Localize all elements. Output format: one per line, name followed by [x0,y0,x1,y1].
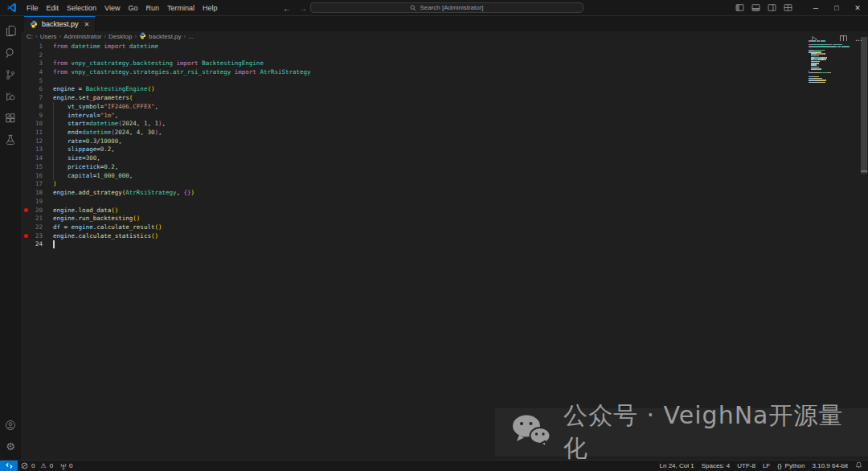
scrollbar-thumb[interactable] [861,37,867,174]
activity-extensions-icon[interactable] [0,107,21,129]
line-number[interactable]: 16 [31,172,43,179]
line-number[interactable]: 4 [31,68,43,76]
line-number[interactable]: 5 [31,77,43,84]
menu-help[interactable]: Help [199,0,222,16]
line-number[interactable]: 13 [31,145,43,153]
line-number[interactable]: 8 [31,103,43,110]
glyph-margin[interactable] [21,119,31,128]
glyph-margin[interactable] [21,76,31,85]
glyph-margin[interactable] [21,51,31,59]
code-line[interactable]: 18engine.add_strategy(AtrRsiStrategy, {}… [21,188,868,197]
code-line[interactable]: 7engine.set_parameters( [21,93,868,102]
activity-settings-icon[interactable]: ⚙ [0,436,21,457]
line-number[interactable]: 18 [31,189,43,196]
line-number[interactable]: 24 [31,240,43,248]
glyph-margin[interactable] [21,162,31,171]
glyph-margin[interactable] [21,128,31,137]
command-center-search[interactable]: Search [Administrator] [310,2,583,13]
toggle-panel-icon[interactable] [751,1,760,15]
problems-status[interactable]: 0 ⚠ 0 [18,461,56,471]
glyph-margin[interactable] [21,171,31,180]
activity-source-control-icon[interactable] [0,63,21,85]
editor-scrollbar[interactable] [860,37,868,455]
activity-explorer-icon[interactable] [0,20,21,42]
line-number[interactable]: 1 [31,43,43,50]
glyph-margin[interactable] [21,214,31,223]
glyph-margin[interactable] [21,197,31,206]
code-line[interactable]: 22df = engine.calculate_result() [21,223,868,231]
code-line[interactable]: 2 [21,51,868,59]
code-line[interactable]: 1from datetime import datetime [21,42,868,51]
status-python-interpreter[interactable]: 3.10.9 64-bit [813,462,848,469]
code-line[interactable]: 19 [21,197,868,206]
activity-search-icon[interactable] [0,42,21,63]
menu-selection[interactable]: Selection [63,0,100,16]
toggle-sidebar-icon[interactable] [735,1,744,15]
toggle-secondary-sidebar-icon[interactable] [768,1,776,15]
line-number[interactable]: 19 [31,198,43,205]
glyph-margin[interactable] [21,188,31,197]
line-number[interactable]: 10 [31,120,43,127]
code-line[interactable]: 8 vt_symbol="IF2406.CFFEX", [21,102,868,111]
line-number[interactable]: 23 [31,232,43,240]
code-line[interactable]: 14 size=300, [21,154,868,162]
code-line[interactable]: 11 end=datetime(2024, 4, 30), [21,128,868,137]
code-line[interactable]: 17) [21,180,868,189]
code-line[interactable]: 24 [21,240,868,249]
breakpoint-indicator[interactable] [21,231,31,240]
glyph-margin[interactable] [21,68,31,76]
code-line[interactable]: 4from vnpy_ctastrategy.strategies.atr_rs… [21,68,868,76]
breadcrumb-item[interactable]: backtest.py [139,32,181,41]
activity-testing-icon[interactable] [0,129,21,150]
code-line[interactable]: 23engine.calculate_statistics() [21,231,868,240]
glyph-margin[interactable] [21,180,31,189]
breadcrumb-item[interactable]: C: [27,33,33,40]
status-cursor-position[interactable]: Ln 24, Col 1 [660,462,694,469]
remote-indicator[interactable] [0,461,18,471]
notifications-bell-icon[interactable] [855,461,862,470]
code-line[interactable]: 12 rate=0.3/10000, [21,137,868,145]
line-number[interactable]: 21 [31,215,43,222]
code-line[interactable]: 16 capital=1_000_000, [21,171,868,180]
tab-close-icon[interactable]: ✕ [84,21,90,28]
breadcrumb-item[interactable]: Users [40,33,57,40]
glyph-margin[interactable] [21,145,31,154]
code-line[interactable]: 13 slippage=0.2, [21,145,868,154]
glyph-margin[interactable] [21,137,31,145]
status-eol[interactable]: LF [763,462,770,469]
tab-backtest-py[interactable]: backtest.py ✕ [24,16,96,31]
line-number[interactable]: 11 [31,129,43,136]
close-button[interactable]: ✕ [847,0,868,16]
customize-layout-icon[interactable] [784,1,792,15]
code-line[interactable]: 21engine.run_backtesting() [21,214,868,223]
breadcrumb-item[interactable]: Desktop [108,33,132,40]
code-line[interactable]: 15 pricetick=0.2, [21,162,868,171]
line-number[interactable]: 14 [31,154,43,162]
glyph-margin[interactable] [21,240,31,249]
code-line[interactable]: 3from vnpy_ctastrategy.backtesting impor… [21,59,868,68]
code-line[interactable]: 6engine = BacktestingEngine() [21,85,868,94]
activity-accounts-icon[interactable] [0,414,21,436]
breadcrumb-item[interactable]: ... [188,33,194,40]
menu-terminal[interactable]: Terminal [163,0,199,16]
glyph-margin[interactable] [21,59,31,68]
glyph-margin[interactable] [21,93,31,102]
code-line[interactable]: 10 start=datetime(2024, 1, 1), [21,119,868,128]
glyph-margin[interactable] [21,154,31,162]
code-line[interactable]: 20engine.load_data() [21,206,868,215]
menu-view[interactable]: View [100,0,124,16]
line-number[interactable]: 17 [31,180,43,187]
code-line[interactable]: 5 [21,76,868,85]
go-back-icon[interactable]: ← [283,4,291,13]
maximize-button[interactable]: □ [826,0,847,16]
menu-go[interactable]: Go [124,0,141,16]
line-number[interactable]: 2 [31,51,43,59]
line-number[interactable]: 22 [31,223,43,231]
glyph-margin[interactable] [21,85,31,94]
line-number[interactable]: 9 [31,112,43,119]
code-line[interactable]: 9 interval="1m", [21,111,868,120]
breadcrumb-item[interactable]: Administrator [63,33,101,40]
code-editor[interactable]: 1from datetime import datetime23from vnp… [21,41,868,460]
menu-edit[interactable]: Edit [43,0,63,16]
minimap[interactable] [809,40,855,85]
